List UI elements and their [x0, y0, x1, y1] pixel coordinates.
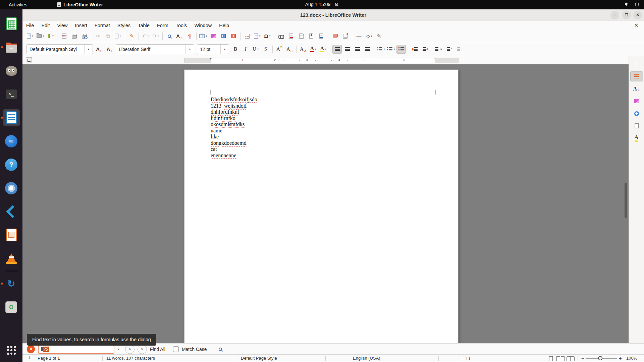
- align-left-button[interactable]: [332, 45, 342, 54]
- insert-hyperlink-button[interactable]: [276, 32, 286, 41]
- left-indent-marker[interactable]: [209, 58, 212, 61]
- zoom-slider-thumb[interactable]: [598, 356, 602, 360]
- no-list-button[interactable]: [396, 45, 406, 54]
- bold-button[interactable]: B: [231, 45, 240, 54]
- insert-table-dropdown[interactable]: ▾: [206, 35, 207, 38]
- menu-format[interactable]: Format: [91, 23, 114, 28]
- styles-deck-button[interactable]: A✎: [630, 84, 643, 94]
- search-history-dropdown[interactable]: ▾: [115, 345, 122, 354]
- close-document-icon[interactable]: ✕: [634, 22, 639, 28]
- navigator-deck-button[interactable]: [630, 109, 643, 119]
- open-file-button[interactable]: ▾: [36, 32, 45, 41]
- page-deck-button[interactable]: [630, 121, 643, 131]
- menu-edit[interactable]: Edit: [38, 23, 53, 28]
- print-button[interactable]: [69, 32, 79, 41]
- properties-deck-button[interactable]: [630, 71, 643, 81]
- unordered-list-button[interactable]: ▾: [376, 45, 386, 54]
- unordered-list-dropdown[interactable]: ▾: [383, 48, 385, 51]
- page-number-status[interactable]: Page 1 of 1: [38, 356, 60, 361]
- subscript-button[interactable]: AB: [285, 45, 294, 54]
- gallery-deck-button[interactable]: [630, 96, 643, 106]
- dock-item-app-grid[interactable]: [3, 342, 20, 359]
- insert-comment-button[interactable]: [330, 32, 340, 41]
- selection-mode-icon[interactable]: [462, 357, 467, 360]
- insert-text-box-button[interactable]: T: [229, 32, 238, 41]
- book-view-button[interactable]: [567, 356, 575, 361]
- bookmark-status-icon[interactable]: ⇂: [28, 355, 31, 360]
- find-and-replace-button[interactable]: [165, 32, 174, 41]
- paste-button[interactable]: ▾: [113, 32, 123, 41]
- basic-shapes-dropdown[interactable]: ▾: [371, 35, 372, 38]
- single-page-view-button[interactable]: [549, 356, 553, 361]
- focused-app-menu[interactable]: LibreOffice Writer: [57, 2, 103, 7]
- ordered-list-button[interactable]: ▾: [386, 45, 396, 54]
- close-button[interactable]: ×: [633, 11, 642, 19]
- right-indent-marker[interactable]: [434, 58, 437, 61]
- language-status[interactable]: English (USA): [353, 356, 380, 361]
- save-button[interactable]: ⇩▾: [46, 32, 55, 41]
- vertical-scrollbar[interactable]: [624, 64, 628, 343]
- clock-label[interactable]: Aug 1 15:09: [305, 2, 331, 7]
- page-style-status[interactable]: Default Page Style: [241, 356, 277, 361]
- highlighting-color-dropdown[interactable]: ▾: [325, 48, 326, 51]
- insert-cross-reference-button[interactable]: [317, 32, 326, 41]
- multi-page-view-button[interactable]: [556, 356, 560, 361]
- decrease-indent-button[interactable]: [420, 45, 430, 54]
- search-input[interactable]: li 22: [38, 345, 114, 354]
- paste-dropdown[interactable]: ▾: [120, 35, 121, 38]
- italic-button[interactable]: I: [241, 45, 250, 54]
- horizontal-ruler[interactable]: 123456: [184, 58, 459, 63]
- check-spelling-button[interactable]: A✓: [175, 32, 184, 41]
- line-spacing-button[interactable]: ▾: [434, 45, 443, 54]
- ordered-list-dropdown[interactable]: ▾: [393, 48, 395, 51]
- match-case-checkbox[interactable]: [173, 346, 179, 352]
- dock-item-software-updater[interactable]: ↻: [3, 275, 20, 292]
- font-size-combo[interactable]: 12 pt ▾: [197, 44, 229, 54]
- minimize-button[interactable]: –: [610, 11, 619, 19]
- menu-insert[interactable]: Insert: [71, 23, 91, 28]
- show-track-changes-button[interactable]: [340, 32, 350, 41]
- dock-item-help[interactable]: ?: [3, 156, 20, 173]
- dock-item-libreoffice-calc[interactable]: [3, 15, 20, 33]
- dock-item-gimp[interactable]: [3, 62, 20, 79]
- new-style-button[interactable]: A+: [105, 45, 114, 54]
- font-name-dropdown[interactable]: ▾: [185, 45, 194, 54]
- system-status-area[interactable]: [624, 2, 639, 8]
- cut-button[interactable]: ✂: [93, 32, 103, 41]
- insert-bookmark-button[interactable]: [307, 32, 316, 41]
- menu-form[interactable]: Form: [153, 23, 172, 28]
- style-inspector-deck-button[interactable]: A: [630, 133, 643, 143]
- insert-footnote-button[interactable]: [286, 32, 296, 41]
- dock-item-libreoffice-impress[interactable]: [3, 226, 20, 244]
- dock-item-terminal[interactable]: >_: [3, 85, 20, 103]
- clear-formatting-button[interactable]: A✗: [299, 45, 308, 54]
- dock-item-files[interactable]: [3, 39, 20, 56]
- increase-paragraph-spacing-button[interactable]: [444, 45, 453, 54]
- increase-indent-button[interactable]: [410, 45, 420, 54]
- close-find-bar-button[interactable]: ✕: [27, 345, 35, 353]
- find-next-button[interactable]: ∨: [138, 345, 147, 354]
- dock-item-vlc[interactable]: [3, 250, 20, 267]
- zoom-level[interactable]: 100%: [626, 356, 637, 361]
- justified-button[interactable]: [363, 45, 372, 54]
- menu-window[interactable]: Window: [191, 23, 216, 28]
- document-page[interactable]: Dhsdiosdsfndsoifjsdo1213 wejisndoifdhhfb…: [184, 69, 459, 343]
- superscript-button[interactable]: AB: [275, 45, 284, 54]
- insert-special-character-dropdown[interactable]: ▾: [269, 35, 271, 38]
- zoom-out-button[interactable]: −: [581, 355, 584, 361]
- clone-formatting-button[interactable]: ✎: [127, 32, 137, 41]
- underline-dropdown[interactable]: ▾: [257, 48, 259, 51]
- formatting-marks-button[interactable]: ¶: [185, 32, 194, 41]
- save-dropdown[interactable]: ▾: [52, 35, 54, 38]
- document-text[interactable]: Dhsdiosdsfndsoifjsdo1213 wejisndoifdhhfb…: [211, 97, 257, 159]
- highlighting-color-button[interactable]: A▾: [319, 45, 328, 54]
- update-style-button[interactable]: A⊘: [95, 45, 104, 54]
- new-document-dropdown[interactable]: ▾: [32, 35, 33, 38]
- dock-item-vscode[interactable]: [3, 203, 20, 220]
- dock-item-trash[interactable]: ♻: [3, 298, 20, 316]
- find-and-replace-button[interactable]: [219, 348, 222, 351]
- redo-button[interactable]: ↷▾: [151, 32, 160, 41]
- insert-table-button[interactable]: ▾: [199, 32, 208, 41]
- new-document-button[interactable]: ▾: [25, 32, 35, 41]
- horizontal-line-button[interactable]: —: [354, 32, 364, 41]
